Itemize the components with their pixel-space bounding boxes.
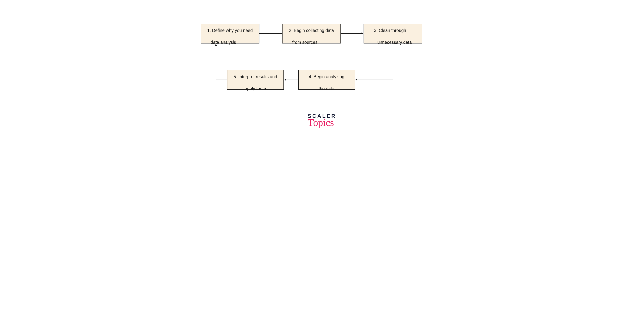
- flow-node-label: 4. Begin analyzing the data: [309, 68, 344, 92]
- brand-line2: Topics: [308, 118, 334, 127]
- flow-node-step4: 4. Begin analyzing the data: [298, 70, 355, 90]
- diagram-canvas: 1. Define why you need data analysis 2. …: [179, 0, 465, 144]
- flow-node-step3: 3. Clean through unnecessary data: [364, 24, 422, 43]
- brand-logo: SCALER Topics: [179, 113, 465, 127]
- flow-node-label: 2. Begin collecting data from sources: [289, 22, 334, 45]
- flow-node-step2: 2. Begin collecting data from sources: [282, 24, 341, 43]
- flow-node-step5: 5. Interpret results and apply them: [227, 70, 284, 90]
- flow-node-label: 1. Define why you need data analysis: [207, 22, 252, 45]
- flow-node-step1: 1. Define why you need data analysis: [201, 24, 260, 43]
- flow-node-label: 3. Clean through unnecessary data: [374, 22, 412, 45]
- flow-node-label: 5. Interpret results and apply them: [234, 68, 277, 92]
